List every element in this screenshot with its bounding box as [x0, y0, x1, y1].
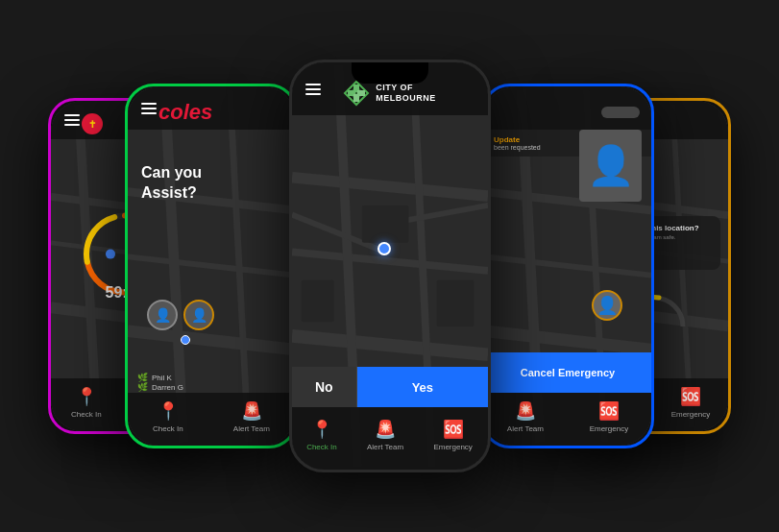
can-you-assist-card: Can you Assist? — [141, 163, 202, 204]
emergency-icon-right2: 🆘 — [680, 386, 701, 407]
person-silhouette-icon: 👤 — [587, 143, 635, 188]
avatar-1: 👤 — [147, 300, 178, 330]
center-bottom-bar: 📍 Check In 🚨 Alert Team 🆘 Emergency — [292, 407, 488, 470]
phone-right1: Update been requested 👤 👤 Cancel Emergen… — [481, 84, 654, 448]
user-name-1: 🌿 Phil K — [137, 373, 183, 382]
emergency-btn-right2[interactable]: 🆘 Emergency — [671, 386, 710, 419]
right1-header — [484, 86, 651, 130]
alert-btn-left1[interactable]: 🚨 Alert Team — [233, 400, 270, 433]
svg-rect-32 — [353, 94, 359, 102]
svg-point-9 — [106, 250, 115, 259]
alert-icon-center: 🚨 — [375, 419, 396, 440]
checkin-btn-left1[interactable]: 📍 Check In — [153, 400, 183, 433]
alert-icon-left1: 🚨 — [241, 400, 262, 422]
hamburger-left1[interactable] — [141, 103, 157, 114]
right1-bottom-bar: 🚨 Alert Team 🆘 Emergency — [484, 393, 651, 446]
yes-button[interactable]: Yes — [357, 367, 487, 407]
phones-container: ✝ 59:59 📍 Check In — [0, 0, 779, 532]
checkin-icon-left2: 📍 — [76, 386, 97, 407]
coles-header: coles — [128, 86, 295, 130]
person-photo: 👤 — [579, 130, 642, 202]
status-bar-right1 — [601, 107, 640, 118]
hamburger-center[interactable] — [305, 84, 321, 95]
city-name: CITY OF MELBOURNE — [376, 83, 436, 104]
emergency-btn-right1[interactable]: 🆘 Emergency — [590, 400, 628, 433]
location-dot-center — [377, 242, 391, 255]
hamburger-left2[interactable] — [64, 114, 80, 126]
coles-logo: coles — [158, 100, 212, 125]
alert-btn-center[interactable]: 🚨 Alert Team — [367, 419, 403, 451]
checkin-btn-left2[interactable]: 📍 Check In — [71, 386, 102, 419]
location-dot-right1: 👤 — [592, 290, 622, 321]
no-yes-bar: No Yes — [292, 367, 488, 407]
checkin-icon-left1: 📍 — [158, 400, 179, 422]
avatars-on-map: 👤 👤 — [147, 300, 214, 330]
alert-icon-right1: 🚨 — [515, 400, 536, 422]
notch-center — [352, 62, 428, 84]
checkin-icon-center: 📍 — [311, 419, 332, 440]
emergency-icon-right1: 🆘 — [598, 400, 620, 422]
phone-center-screen: CITY OF MELBOURNE No Yes 📍 Check In — [292, 62, 488, 470]
cancel-emergency-bar[interactable]: Cancel Emergency — [484, 352, 651, 393]
phone-left1-screen: coles Can you Assist? 👤 👤 🌿 Phil K 🌿 — [128, 86, 295, 446]
phone-right1-screen: Update been requested 👤 👤 Cancel Emergen… — [484, 86, 651, 446]
phone-center: CITY OF MELBOURNE No Yes 📍 Check In — [289, 60, 491, 472]
emergency-btn-center[interactable]: 🆘 Emergency — [433, 419, 472, 451]
emergency-label-right2: Emergency — [671, 410, 710, 419]
checkin-btn-center[interactable]: 📍 Check In — [306, 419, 337, 451]
phone-left1: coles Can you Assist? 👤 👤 🌿 Phil K 🌿 — [125, 84, 298, 448]
svg-rect-25 — [436, 280, 474, 327]
svg-rect-26 — [301, 280, 333, 323]
alert-btn-right1[interactable]: 🚨 Alert Team — [507, 400, 544, 433]
user-names: 🌿 Phil K 🌿 Darren G — [137, 373, 183, 392]
no-button[interactable]: No — [292, 367, 358, 407]
salvation-army-logo: ✝ — [82, 113, 103, 134]
left1-bottom-bar: 📍 Check In 🚨 Alert Team — [128, 393, 295, 446]
svg-rect-24 — [361, 206, 408, 243]
avatar-2: 👤 — [183, 300, 214, 330]
user-name-2: 🌿 Darren G — [137, 382, 183, 392]
emergency-icon-center: 🆘 — [443, 419, 464, 440]
avatar-dot-left1 — [181, 335, 190, 345]
